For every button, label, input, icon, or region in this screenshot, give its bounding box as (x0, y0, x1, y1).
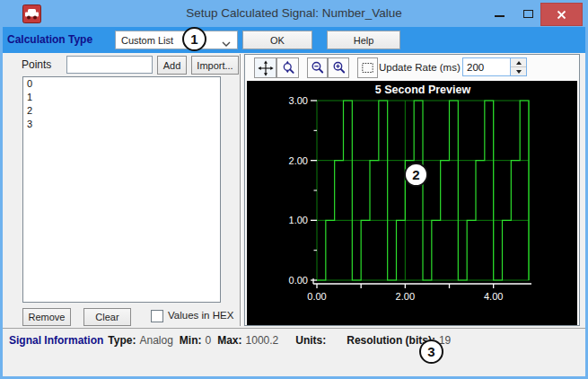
import-button[interactable]: Import... (191, 56, 239, 75)
zoom-dynamic-button[interactable] (276, 57, 299, 78)
y-tick-label: 0.00 (289, 275, 308, 286)
maximize-icon (523, 10, 533, 18)
maximize-button[interactable] (517, 5, 539, 22)
points-list-item[interactable]: 1 (23, 91, 220, 104)
help-button[interactable]: Help (327, 31, 400, 49)
arrow-up-icon (516, 61, 522, 65)
x-tick-label: 2.00 (396, 291, 415, 302)
calculation-type-value: Custom List (121, 35, 173, 46)
zoom-out-button[interactable] (307, 57, 328, 78)
zoom-dynamic-icon (280, 60, 296, 76)
add-button[interactable]: Add (157, 56, 187, 75)
x-tick-label: 4.00 (484, 291, 503, 302)
units-label: Units: (295, 334, 326, 347)
values-in-hex-checkbox[interactable] (151, 310, 163, 322)
callout-3: 3 (419, 339, 443, 364)
points-input[interactable] (66, 56, 153, 74)
points-list-item[interactable]: 2 (23, 104, 220, 118)
zoom-out-icon (310, 60, 325, 75)
callout-1: 1 (182, 27, 206, 51)
values-in-hex-label: Values in HEX (168, 310, 233, 321)
dialog-window: Setup Calculated Signal: Number_Value Ca… (0, 0, 588, 379)
calculation-type-dropdown[interactable]: Custom List (115, 31, 238, 49)
close-button[interactable] (540, 3, 583, 26)
remove-button[interactable]: Remove (22, 308, 71, 326)
spin-down-button[interactable] (511, 66, 526, 75)
points-label: Points (22, 58, 51, 71)
signal-information-bar: Signal InformationType:AnalogMin:0Max:10… (3, 328, 585, 376)
ok-button[interactable]: OK (242, 31, 312, 49)
box-zoom-icon (360, 60, 375, 75)
points-list-item[interactable]: 0 (23, 77, 220, 91)
max-value: 1000.2 (246, 334, 279, 347)
x-tick-label: 0.00 (307, 291, 326, 302)
minimize-icon (495, 15, 505, 17)
callout-2: 2 (404, 163, 428, 187)
panel-divider (240, 54, 242, 326)
signal-preview-chart[interactable]: 5 Second Preview0.001.002.003.000.002.00… (247, 81, 577, 325)
minimize-button[interactable] (488, 5, 510, 22)
zoom-in-button[interactable] (328, 57, 349, 78)
zoom-in-icon (331, 60, 347, 75)
update-rate-spinbox (462, 57, 527, 76)
max-label: Max: (217, 334, 241, 347)
update-rate-input[interactable] (463, 58, 510, 75)
pan-icon (258, 60, 274, 76)
box-zoom-button[interactable] (357, 57, 378, 78)
type-value: Analog (139, 334, 172, 347)
y-tick-label: 2.00 (289, 155, 308, 166)
type-label: Type: (108, 334, 136, 347)
min-label: Min: (180, 334, 202, 347)
signal-trace (317, 101, 529, 280)
titlebar[interactable]: Setup Calculated Signal: Number_Value (0, 0, 588, 27)
chart-canvas: 5 Second Preview0.001.002.003.000.002.00… (247, 81, 577, 325)
signal-information-heading: Signal Information (9, 334, 103, 347)
arrow-down-icon (516, 70, 522, 74)
spin-up-button[interactable] (511, 58, 526, 66)
points-list-item[interactable]: 3 (23, 118, 220, 131)
clear-button[interactable]: Clear (83, 308, 131, 326)
pan-button[interactable] (254, 57, 276, 78)
update-rate-label: Update Rate (ms) (379, 57, 461, 78)
chevron-down-icon (222, 38, 231, 48)
calculation-type-label: Calculation Type (7, 33, 92, 46)
y-tick-label: 1.00 (289, 215, 308, 225)
points-list[interactable]: 0123 (22, 76, 221, 303)
y-tick-label: 3.00 (289, 95, 308, 106)
chart-title: 5 Second Preview (375, 84, 471, 96)
min-value: 0 (206, 334, 212, 347)
close-icon (557, 10, 566, 20)
